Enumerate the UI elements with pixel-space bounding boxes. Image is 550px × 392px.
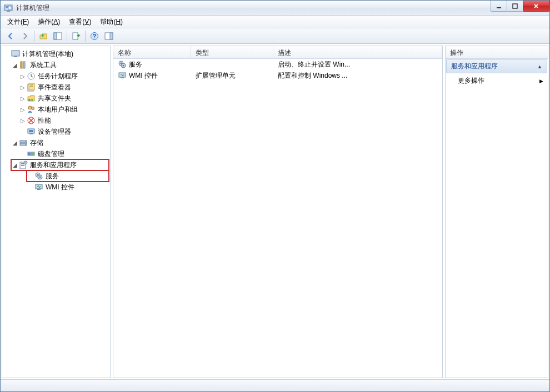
tree-services-apps[interactable]: ◢ 服务和应用程序 xyxy=(11,159,109,170)
action-label: 更多操作 xyxy=(458,76,484,86)
menu-view[interactable]: 查看(V) xyxy=(64,16,96,28)
maximize-button[interactable] xyxy=(507,1,523,12)
computer-management-icon xyxy=(11,49,20,58)
svg-point-25 xyxy=(32,107,34,110)
cell-desc: 启动、终止并设置 Win... xyxy=(273,60,442,69)
window-title: 计算机管理 xyxy=(16,3,491,13)
expand-icon[interactable]: ▷ xyxy=(19,96,27,102)
shared-folders-icon xyxy=(27,94,36,103)
toolbar-separator xyxy=(67,31,67,42)
collapse-icon[interactable]: ◢ xyxy=(11,62,19,68)
svg-rect-36 xyxy=(31,153,34,155)
column-desc[interactable]: 描述 xyxy=(273,46,442,58)
tree-label: 本地用户和组 xyxy=(38,105,78,114)
svg-rect-46 xyxy=(37,189,41,190)
svg-rect-29 xyxy=(29,130,33,132)
list-header: 名称 类型 描述 xyxy=(113,46,442,59)
action-group-title[interactable]: 服务和应用程序 ▲ xyxy=(446,59,547,73)
svg-point-33 xyxy=(25,144,26,145)
performance-icon xyxy=(27,116,36,125)
show-hide-action-pane-button[interactable] xyxy=(102,30,116,42)
tree-label: 计算机管理(本地) xyxy=(22,49,73,59)
svg-point-24 xyxy=(28,106,32,109)
tree-wmi-control[interactable]: WMI 控件 xyxy=(27,182,109,193)
action-more[interactable]: 更多操作 ▶ xyxy=(446,74,548,88)
collapse-icon[interactable]: ◢ xyxy=(11,140,19,146)
svg-point-50 xyxy=(123,65,124,67)
expand-icon[interactable]: ▷ xyxy=(19,73,27,79)
tree-label: 性能 xyxy=(38,116,51,125)
back-button[interactable] xyxy=(4,30,17,42)
menu-help[interactable]: 帮助(H) xyxy=(96,16,127,28)
device-manager-icon xyxy=(27,127,36,136)
svg-rect-13 xyxy=(12,51,19,56)
tree-system-tools[interactable]: ◢ 系统工具 xyxy=(11,59,109,71)
collapse-icon[interactable]: ◢ xyxy=(11,162,19,168)
svg-rect-8 xyxy=(73,33,78,39)
tree-task-scheduler[interactable]: ▷任务计划程序 xyxy=(19,71,109,82)
svg-rect-14 xyxy=(14,56,17,57)
cell-name: 服务 xyxy=(129,60,142,69)
actions-pane: 操作 服务和应用程序 ▲ 更多操作 ▶ xyxy=(445,46,548,378)
cell-type: 扩展管理单元 xyxy=(191,71,273,81)
tree-disk-management[interactable]: 磁盘管理 xyxy=(19,148,109,159)
svg-point-32 xyxy=(25,141,26,142)
tree-root[interactable]: 计算机管理(本地) xyxy=(3,48,109,59)
column-name[interactable]: 名称 xyxy=(113,46,191,58)
wmi-control-icon xyxy=(118,71,127,80)
show-hide-tree-button[interactable] xyxy=(51,30,64,42)
close-button[interactable] xyxy=(523,1,549,12)
tree-services[interactable]: 服务 xyxy=(27,170,109,182)
tree-label: WMI 控件 xyxy=(46,183,74,192)
tree-local-users[interactable]: ▷本地用户和组 xyxy=(19,104,109,115)
list-row[interactable]: WMI 控件 扩展管理单元 配置和控制 Windows ... xyxy=(113,70,442,81)
svg-rect-15 xyxy=(21,62,22,68)
minimize-button[interactable] xyxy=(491,1,507,12)
svg-rect-2 xyxy=(8,6,11,9)
svg-point-49 xyxy=(121,63,122,64)
menu-action[interactable]: 操作(A) xyxy=(33,16,64,28)
svg-rect-28 xyxy=(29,133,33,134)
svg-text:?: ? xyxy=(93,33,96,39)
task-scheduler-icon xyxy=(27,72,36,81)
svg-rect-35 xyxy=(28,153,31,155)
expand-icon[interactable]: ▷ xyxy=(19,107,27,113)
expand-icon[interactable]: ▷ xyxy=(19,84,27,91)
app-icon xyxy=(4,4,13,13)
local-users-icon xyxy=(27,105,36,114)
tree-performance[interactable]: ▷性能 xyxy=(19,115,109,126)
tree-label: 磁盘管理 xyxy=(38,149,64,159)
svg-rect-7 xyxy=(54,33,57,39)
export-button[interactable] xyxy=(69,30,83,42)
menu-bar: 文件(F) 操作(A) 查看(V) 帮助(H) xyxy=(1,16,549,28)
svg-rect-3 xyxy=(7,11,10,12)
svg-rect-4 xyxy=(497,7,501,8)
list-row[interactable]: 服务 启动、终止并设置 Win... xyxy=(113,59,442,70)
tree-label: 服务 xyxy=(46,172,59,181)
services-icon xyxy=(118,60,127,69)
forward-button[interactable] xyxy=(18,30,32,42)
tree-storage[interactable]: ◢ 存储 xyxy=(11,137,109,148)
tree-device-manager[interactable]: 设备管理器 xyxy=(19,126,109,137)
cell-desc: 配置和控制 Windows ... xyxy=(273,71,442,81)
toolbar-separator xyxy=(85,31,86,42)
svg-rect-12 xyxy=(110,33,113,39)
menu-file[interactable]: 文件(F) xyxy=(3,16,33,28)
nav-tree: 计算机管理(本地) ◢ 系统工具 ▷任务计划程序 xyxy=(3,48,109,193)
window-buttons xyxy=(491,1,549,12)
svg-point-23 xyxy=(31,99,33,101)
svg-point-43 xyxy=(37,174,39,176)
tree-shared-folders[interactable]: ▷共享文件夹 xyxy=(19,93,109,104)
title-bar: 计算机管理 xyxy=(1,1,549,16)
tree-label: 存储 xyxy=(30,138,43,148)
svg-rect-39 xyxy=(21,165,24,166)
expand-icon[interactable]: ▷ xyxy=(19,118,27,124)
tree-event-viewer[interactable]: ▷事件查看器 xyxy=(19,82,109,93)
svg-rect-5 xyxy=(513,4,517,8)
wmi-control-icon xyxy=(34,183,43,192)
column-type[interactable]: 类型 xyxy=(191,46,273,58)
tree-pane: 计算机管理(本地) ◢ 系统工具 ▷任务计划程序 xyxy=(2,46,111,378)
svg-rect-16 xyxy=(23,62,25,68)
help-button[interactable]: ? xyxy=(88,30,101,42)
up-button[interactable] xyxy=(37,30,50,42)
